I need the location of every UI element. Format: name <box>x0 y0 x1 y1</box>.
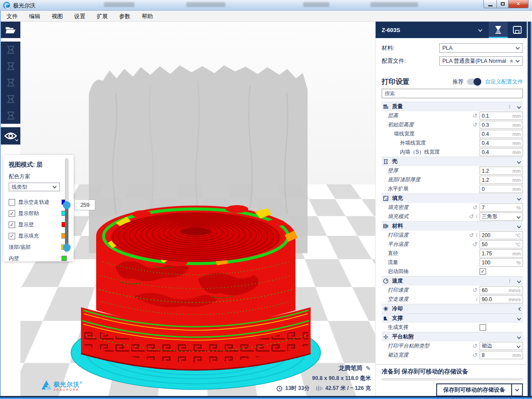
setting-value-input[interactable] <box>482 352 506 358</box>
save-to-removable-button[interactable]: 保存到可移动的存储设备 <box>436 383 512 396</box>
chevron-down-icon[interactable] <box>517 158 521 166</box>
rotate-tool-button[interactable] <box>1 74 20 91</box>
view-mode-button[interactable] <box>1 127 20 145</box>
close-button[interactable]: ✕ <box>509 0 529 8</box>
per-model-settings-button[interactable] <box>1 107 20 124</box>
chevron-down-icon[interactable] <box>517 103 521 111</box>
profile-select[interactable]: PLA 普通质量(PLA Normal Qua ★ <box>439 56 523 66</box>
setting-unit: mm <box>513 150 521 155</box>
revert-icon[interactable]: ↺ <box>469 232 474 238</box>
setting-label: 水平扩展 <box>382 185 409 193</box>
slider-lower-handle[interactable] <box>63 244 71 251</box>
custom-profile-link[interactable]: 自定义配置文件 <box>485 78 523 86</box>
menu-item-3[interactable]: 视图 <box>46 11 68 22</box>
menu-item-5[interactable]: 扩展 <box>91 11 114 22</box>
chevron-down-icon[interactable] <box>517 195 521 203</box>
material-label: 材料: <box>382 44 395 52</box>
section-header-material[interactable]: 材料 <box>382 221 523 231</box>
chevron-down-icon[interactable] <box>517 315 521 322</box>
mirror-tool-button[interactable] <box>1 91 20 107</box>
setting-value-input[interactable] <box>482 205 506 211</box>
chevron-down-icon[interactable] <box>517 277 521 285</box>
legend-checkbox[interactable] <box>9 199 15 206</box>
material-select[interactable]: PLA <box>439 43 523 53</box>
open-file-button[interactable] <box>1 22 20 38</box>
filament-usage-icon <box>316 386 323 391</box>
title-bar[interactable]: 极光尔沃 ✕ <box>0 0 532 11</box>
revert-icon[interactable]: ↺ <box>473 352 477 358</box>
setting-value-input[interactable] <box>482 149 506 155</box>
setting-value-box: % <box>480 203 523 212</box>
scale-tool-button[interactable] <box>1 58 20 74</box>
revert-icon[interactable]: ↺ <box>473 113 477 119</box>
setting-value-input[interactable] <box>482 287 506 293</box>
revert-icon[interactable]: ↺ <box>469 213 474 220</box>
setting-value-input[interactable] <box>482 251 506 257</box>
rename-model-button[interactable]: ✎ <box>366 365 371 372</box>
revert-icon[interactable]: ↺ <box>473 343 477 349</box>
menu-item-7[interactable]: 帮助 <box>136 11 159 22</box>
section-header-support[interactable]: 支撑 <box>382 313 523 323</box>
search-input[interactable] <box>382 89 522 98</box>
setting-select[interactable]: 裙边 <box>480 342 523 350</box>
setting-value-input[interactable] <box>482 113 506 119</box>
window-controls: ✕ <box>483 0 529 8</box>
section-header-shell[interactable]: 壳 <box>382 157 523 166</box>
save-options-dropdown[interactable] <box>512 383 523 396</box>
layer-range-slider[interactable] <box>62 158 71 253</box>
revert-icon[interactable]: ↺ <box>473 204 477 211</box>
section-header-quality[interactable]: 质量i <box>382 102 523 111</box>
setting-label: 生成支撑 <box>382 324 409 331</box>
recommended-custom-toggle[interactable] <box>467 79 481 85</box>
brand-name: 极光尔沃® <box>54 380 83 387</box>
info-icon[interactable]: i <box>476 296 477 302</box>
setting-value-input[interactable] <box>482 241 506 248</box>
menu-item-2[interactable]: 编辑 <box>23 11 46 22</box>
setting-checkbox[interactable] <box>480 324 486 331</box>
setting-label: 墙线宽度 <box>382 130 415 138</box>
sliced-model-preview[interactable] <box>68 63 337 396</box>
setting-value-input[interactable] <box>482 131 506 137</box>
menu-item-1[interactable]: 文件 <box>1 11 23 22</box>
slider-range[interactable] <box>65 205 68 248</box>
setting-value-input[interactable] <box>482 140 506 146</box>
setting-value-input[interactable] <box>482 177 506 183</box>
setting-value-input[interactable] <box>482 260 506 266</box>
setting-value-input[interactable] <box>482 232 506 238</box>
printer-selector[interactable]: Z-603S <box>382 27 478 33</box>
menu-item-6[interactable]: 参数 <box>114 11 136 22</box>
section-header-adhesion[interactable]: 平台粘附 <box>382 332 523 341</box>
setting-value-input[interactable] <box>482 296 506 302</box>
tab-monitor[interactable] <box>508 22 527 38</box>
print-settings-header: 打印设置 推荐 自定义配置文件 <box>382 76 523 87</box>
setting-checkbox[interactable]: ✓ <box>480 268 486 275</box>
legend-checkbox[interactable]: ✓ <box>9 210 15 217</box>
color-scheme-select[interactable]: 线类型 <box>9 183 60 191</box>
info-icon[interactable]: i <box>476 232 477 238</box>
chevron-left-icon[interactable] <box>518 305 521 313</box>
maximize-button[interactable] <box>496 0 509 8</box>
setting-value-input[interactable] <box>482 122 506 128</box>
slider-upper-handle[interactable] <box>63 201 71 209</box>
info-icon[interactable]: i <box>509 103 510 110</box>
revert-icon[interactable]: ↺ <box>473 122 477 128</box>
revert-icon[interactable]: ↺ <box>473 287 477 293</box>
chevron-down-icon[interactable] <box>478 26 483 34</box>
tab-prepare-slice[interactable] <box>489 22 508 38</box>
legend-checkbox[interactable]: ✓ <box>9 222 15 228</box>
section-header-cooling[interactable]: 冷却 <box>382 304 523 313</box>
section-header-infill[interactable]: 填充 <box>382 193 523 203</box>
move-tool-button[interactable] <box>1 42 20 58</box>
chevron-down-icon[interactable] <box>517 333 521 341</box>
section-header-speed[interactable]: 速度i <box>382 276 523 286</box>
info-icon[interactable]: i <box>476 213 477 220</box>
setting-value-input[interactable] <box>482 168 506 174</box>
setting-value-input[interactable] <box>482 186 506 192</box>
revert-icon[interactable]: ↺ <box>473 241 477 248</box>
minimize-button[interactable] <box>483 0 496 8</box>
chevron-down-icon[interactable] <box>517 222 521 230</box>
setting-select[interactable]: 三角形 <box>480 212 523 221</box>
info-icon[interactable]: i <box>509 278 510 284</box>
legend-checkbox[interactable]: ✓ <box>9 233 15 239</box>
menu-item-4[interactable]: 设置 <box>68 11 91 22</box>
